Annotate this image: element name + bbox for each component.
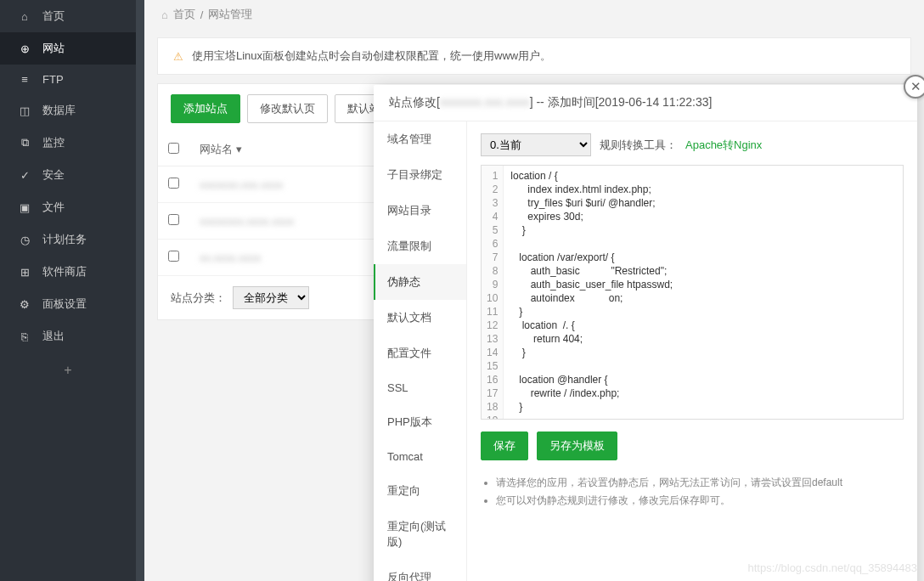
sidebar-item-label: 软件商店 (42, 264, 87, 279)
tip-item: 您可以对伪静态规则进行修改，修改完后保存即可。 (496, 494, 904, 508)
close-icon: ✕ (910, 79, 921, 94)
site-name[interactable]: xxxxxxx.xxx.xxxx (200, 178, 283, 191)
site-name[interactable]: xxxxxxxx.xxxx.xxxx (200, 215, 294, 228)
modal-nav-item[interactable]: 域名管理 (374, 121, 466, 157)
breadcrumb-sep: / (200, 8, 204, 21)
sort-icon: ▾ (236, 143, 242, 155)
row-checkbox[interactable] (168, 178, 179, 189)
tips-list: 请选择您的应用，若设置伪静态后，网站无法正常访问，请尝试设置回default 您… (481, 476, 904, 508)
modal-content: 0.当前 规则转换工具： Apache转Nginx 12345678910111… (467, 121, 917, 581)
clock-icon: ◷ (17, 234, 32, 246)
modal-nav-item[interactable]: 反向代理 (374, 560, 466, 581)
select-all-checkbox[interactable] (168, 143, 179, 154)
shield-icon: ✓ (17, 169, 32, 182)
gear-icon: ⚙ (17, 298, 32, 311)
sidebar-item-monitor[interactable]: ⧉监控 (0, 127, 136, 159)
apache-to-nginx-link[interactable]: Apache转Nginx (685, 138, 762, 153)
filter-label: 站点分类： (171, 290, 226, 306)
sidebar-item-database[interactable]: ◫数据库 (0, 94, 136, 127)
database-icon: ◫ (17, 104, 32, 117)
modal-nav-item[interactable]: 默认文档 (374, 300, 466, 336)
breadcrumb-home[interactable]: 首页 (173, 7, 195, 22)
modal-title: 站点修改[xxxxxxx.xxx.xxxx] -- 添加时间[2019-06-1… (374, 85, 917, 121)
row-checkbox[interactable] (168, 251, 179, 262)
sidebar-item-ftp[interactable]: ≡FTP (0, 65, 136, 94)
sidebar-item-label: 数据库 (42, 103, 76, 118)
add-site-button[interactable]: 添加站点 (171, 94, 240, 123)
logout-icon: ⎘ (17, 330, 32, 343)
line-gutter: 12345678910111213141516171819 (482, 166, 504, 419)
modal-nav-item[interactable]: 重定向 (374, 473, 466, 509)
modal-nav-item[interactable]: Tomcat (374, 440, 466, 473)
modal-close-button[interactable]: ✕ (904, 75, 924, 99)
row-checkbox[interactable] (168, 214, 179, 225)
sidebar-item-store[interactable]: ⊞软件商店 (0, 256, 136, 288)
sidebar-item-logout[interactable]: ⎘退出 (0, 320, 136, 353)
sidebar-item-website[interactable]: ⊕网站 (0, 32, 136, 65)
filter-select[interactable]: 全部分类 (233, 286, 309, 309)
modal-nav-item[interactable]: 网站目录 (374, 193, 466, 228)
ftp-icon: ≡ (17, 73, 32, 86)
sidebar-item-settings[interactable]: ⚙面板设置 (0, 288, 136, 320)
modal-nav-item[interactable]: 流量限制 (374, 228, 466, 264)
info-alert: ⚠ 使用宝塔Linux面板创建站点时会自动创建权限配置，统一使用www用户。 (157, 37, 911, 75)
sidebar-item-label: 监控 (42, 135, 65, 150)
modal-nav-item[interactable]: 子目录绑定 (374, 157, 466, 193)
warning-icon: ⚠ (173, 50, 183, 63)
folder-icon: ▣ (17, 201, 32, 214)
modal-nav-item[interactable]: 配置文件 (374, 336, 466, 371)
breadcrumb: ⌂ 首页 / 网站管理 (144, 0, 924, 29)
sidebar-item-label: FTP (42, 73, 64, 86)
breadcrumb-page: 网站管理 (208, 7, 252, 22)
sidebar-item-files[interactable]: ▣文件 (0, 191, 136, 223)
sidebar-edge (136, 0, 144, 581)
modal-nav-item[interactable]: PHP版本 (374, 404, 466, 440)
sidebar-item-label: 文件 (42, 200, 65, 215)
sidebar-item-label: 安全 (42, 167, 65, 183)
rewrite-template-select[interactable]: 0.当前 (481, 133, 591, 156)
sidebar-item-home[interactable]: ⌂首页 (0, 0, 136, 32)
sidebar-item-security[interactable]: ✓安全 (0, 159, 136, 191)
rewrite-code-editor[interactable]: 12345678910111213141516171819 location /… (481, 165, 904, 420)
modal-nav-item[interactable]: 伪静态 (374, 264, 466, 300)
save-button[interactable]: 保存 (481, 432, 528, 460)
home-icon: ⌂ (17, 10, 32, 23)
save-as-template-button[interactable]: 另存为模板 (537, 432, 617, 460)
modal-nav-item[interactable]: 重定向(测试版) (374, 509, 466, 560)
sidebar-item-label: 计划任务 (42, 232, 87, 247)
modify-default-button[interactable]: 修改默认页 (247, 94, 328, 123)
site-edit-modal: ✕ 站点修改[xxxxxxx.xxx.xxxx] -- 添加时间[2019-06… (374, 85, 917, 581)
code-area[interactable]: location / { index index.html index.php;… (504, 166, 679, 419)
sidebar-item-label: 面板设置 (42, 296, 87, 312)
sidebar-item-label: 首页 (42, 8, 65, 24)
sidebar-item-label: 网站 (42, 41, 65, 56)
watermark: https://blog.csdn.net/qq_35894483 (748, 561, 918, 574)
sidebar-item-label: 退出 (42, 329, 65, 344)
sidebar-item-cron[interactable]: ◷计划任务 (0, 223, 136, 256)
monitor-icon: ⧉ (17, 136, 32, 149)
grid-icon: ⊞ (17, 266, 32, 279)
home-icon: ⌂ (161, 8, 168, 21)
modal-nav: 域名管理子目录绑定网站目录流量限制伪静态默认文档配置文件SSLPHP版本Tomc… (374, 121, 467, 581)
rule-tool-label: 规则转换工具： (600, 138, 677, 153)
globe-icon: ⊕ (17, 42, 32, 55)
site-name[interactable]: xx.xxxx.xxxx (200, 251, 261, 264)
alert-text: 使用宝塔Linux面板创建站点时会自动创建权限配置，统一使用www用户。 (192, 48, 551, 64)
tip-item: 请选择您的应用，若设置伪静态后，网站无法正常访问，请尝试设置回default (496, 476, 904, 490)
modal-nav-item[interactable]: SSL (374, 371, 466, 404)
sidebar: ⌂首页 ⊕网站 ≡FTP ◫数据库 ⧉监控 ✓安全 ▣文件 ◷计划任务 ⊞软件商… (0, 0, 136, 581)
sidebar-add-button[interactable]: + (0, 353, 136, 388)
